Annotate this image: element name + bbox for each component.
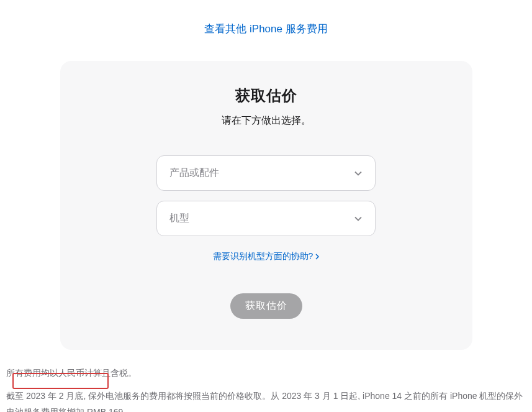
footer-line-2: 截至 2023 年 2 月底, 保外电池服务的费用都将按照当前的价格收取。从 2… <box>6 388 526 412</box>
product-select[interactable]: 产品或配件 <box>156 155 376 191</box>
estimate-card: 获取估价 请在下方做出选择。 产品或配件 机型 需要识别机型方面的协助? 获取估… <box>60 61 472 350</box>
get-estimate-button[interactable]: 获取估价 <box>230 293 302 319</box>
view-other-services-link[interactable]: 查看其他 iPhone 服务费用 <box>0 22 532 36</box>
card-subtitle: 请在下方做出选择。 <box>73 114 460 127</box>
chevron-right-icon <box>315 252 319 262</box>
chevron-down-icon <box>354 214 363 223</box>
card-title: 获取估价 <box>73 86 460 106</box>
footer-notes: 所有费用均以人民币计算且含税。 截至 2023 年 2 月底, 保外电池服务的费… <box>0 350 532 412</box>
identify-model-help-link[interactable]: 需要识别机型方面的协助? <box>213 251 320 262</box>
chevron-down-icon <box>354 169 363 178</box>
product-select-placeholder: 产品或配件 <box>169 167 219 180</box>
model-select[interactable]: 机型 <box>156 201 376 236</box>
help-link-label: 需要识别机型方面的协助? <box>213 251 313 262</box>
model-select-placeholder: 机型 <box>169 212 189 225</box>
footer-line-1: 所有费用均以人民币计算且含税。 <box>6 365 526 382</box>
